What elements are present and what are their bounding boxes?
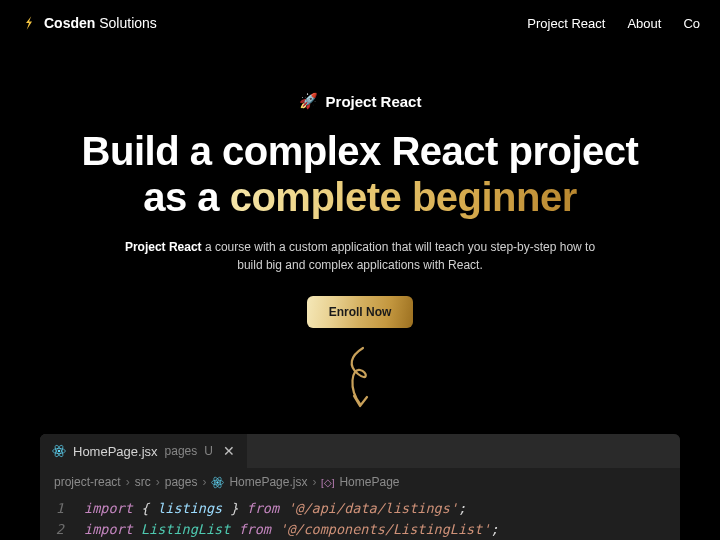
logo[interactable]: Cosden Solutions bbox=[20, 14, 157, 32]
close-icon[interactable]: ✕ bbox=[223, 443, 235, 459]
chevron-right-icon: › bbox=[202, 475, 206, 489]
hero-title: Build a complex React project as a compl… bbox=[0, 128, 720, 220]
curly-arrow-icon bbox=[340, 346, 380, 416]
chevron-right-icon: › bbox=[156, 475, 160, 489]
editor-tab[interactable]: HomePage.jsx pages U ✕ bbox=[40, 434, 247, 468]
chevron-right-icon: › bbox=[126, 475, 130, 489]
rocket-icon: 🚀 bbox=[299, 92, 318, 110]
line-number: 1 bbox=[40, 498, 84, 519]
nav-about[interactable]: About bbox=[627, 16, 661, 31]
arrow-decoration bbox=[0, 346, 720, 416]
breadcrumb-item[interactable]: HomePage bbox=[339, 475, 399, 489]
breadcrumb-item[interactable]: HomePage.jsx bbox=[229, 475, 307, 489]
react-icon bbox=[52, 444, 66, 458]
breadcrumb-item[interactable]: src bbox=[135, 475, 151, 489]
product-badge: 🚀 Project React bbox=[299, 92, 422, 110]
nav: Project React About Co bbox=[527, 16, 700, 31]
highlight-text: complete beginner bbox=[230, 175, 577, 219]
hero: 🚀 Project React Build a complex React pr… bbox=[0, 46, 720, 416]
code-editor: HomePage.jsx pages U ✕ project-react › s… bbox=[40, 434, 680, 540]
symbol-icon: [◇] bbox=[321, 476, 334, 489]
code-line: 2import ListingList from '@/components/L… bbox=[40, 519, 680, 540]
enroll-button[interactable]: Enroll Now bbox=[307, 296, 414, 328]
logo-icon bbox=[20, 14, 38, 32]
breadcrumb: project-react › src › pages › HomePage.j… bbox=[40, 468, 680, 496]
line-number: 2 bbox=[40, 519, 84, 540]
hero-subtitle: Project React a course with a custom app… bbox=[120, 238, 600, 274]
svg-point-5 bbox=[212, 480, 224, 485]
tab-filename: HomePage.jsx bbox=[73, 444, 158, 459]
header: Cosden Solutions Project React About Co bbox=[0, 0, 720, 46]
editor-tab-bar: HomePage.jsx pages U ✕ bbox=[40, 434, 680, 468]
nav-co[interactable]: Co bbox=[683, 16, 700, 31]
breadcrumb-item[interactable]: pages bbox=[165, 475, 198, 489]
code-line: 1import { listings } from '@/api/data/li… bbox=[40, 498, 680, 519]
breadcrumb-item[interactable]: project-react bbox=[54, 475, 121, 489]
svg-point-0 bbox=[58, 450, 61, 453]
react-icon bbox=[211, 476, 224, 489]
chevron-right-icon: › bbox=[312, 475, 316, 489]
code-area[interactable]: 1import { listings } from '@/api/data/li… bbox=[40, 496, 680, 540]
logo-text: Cosden Solutions bbox=[44, 15, 157, 31]
svg-text:[◇]: [◇] bbox=[321, 476, 334, 487]
line-content: import ListingList from '@/components/Li… bbox=[84, 519, 499, 540]
tab-folder: pages bbox=[165, 444, 198, 458]
line-content: import { listings } from '@/api/data/lis… bbox=[84, 498, 466, 519]
badge-text: Project React bbox=[326, 93, 422, 110]
nav-project-react[interactable]: Project React bbox=[527, 16, 605, 31]
tab-status: U bbox=[204, 444, 213, 458]
